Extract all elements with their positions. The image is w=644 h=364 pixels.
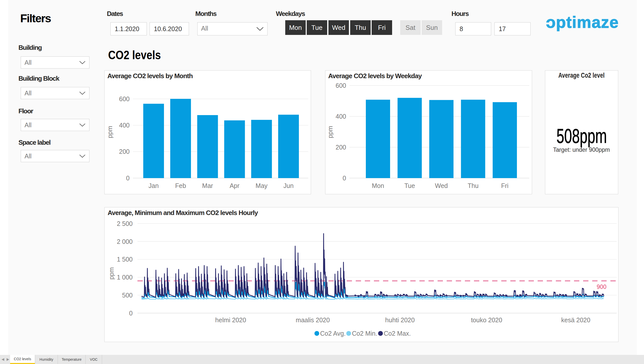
svg-text:2 500: 2 500 <box>117 220 133 227</box>
svg-text:500: 500 <box>122 292 133 299</box>
svg-text:200: 200 <box>119 148 130 155</box>
svg-text:huhti 2020: huhti 2020 <box>385 316 415 324</box>
svg-text:Fri: Fri <box>501 182 508 189</box>
svg-text:0: 0 <box>343 175 346 182</box>
svg-text:optimaze: optimaze <box>546 14 619 31</box>
svg-text:Co2 Max.: Co2 Max. <box>384 330 411 337</box>
svg-text:Thu: Thu <box>468 182 479 189</box>
svg-text:0: 0 <box>126 175 130 182</box>
svg-text:Average CO2 levels by Month: Average CO2 levels by Month <box>107 72 193 80</box>
svg-text:Feb: Feb <box>175 182 186 189</box>
svg-text:1 500: 1 500 <box>117 256 133 263</box>
svg-text:ppm: ppm <box>108 267 115 280</box>
svg-text:touko 2020: touko 2020 <box>471 316 502 324</box>
svg-text:400: 400 <box>119 122 130 129</box>
svg-text:2 000: 2 000 <box>117 238 133 245</box>
svg-text:Apr: Apr <box>230 182 240 189</box>
svg-text:1 000: 1 000 <box>117 274 133 281</box>
svg-text:900: 900 <box>597 284 606 290</box>
svg-text:Co2 Avg.: Co2 Avg. <box>320 330 346 337</box>
svg-text:Mar: Mar <box>202 182 213 189</box>
svg-text:0: 0 <box>129 310 133 317</box>
svg-text:400: 400 <box>336 113 346 120</box>
svg-text:Average CO2 levels by Weekday: Average CO2 levels by Weekday <box>328 72 422 80</box>
svg-text:600: 600 <box>336 82 346 89</box>
svg-text:Tue: Tue <box>404 182 415 189</box>
svg-text:600: 600 <box>119 95 130 102</box>
svg-text:200: 200 <box>336 144 346 151</box>
svg-text:Average, Minimum and Maximum C: Average, Minimum and Maximum CO2 levels … <box>108 209 258 217</box>
svg-text:Jan: Jan <box>149 182 159 189</box>
svg-text:helmi 2020: helmi 2020 <box>215 316 246 324</box>
svg-text:May: May <box>256 182 268 189</box>
svg-text:ppm: ppm <box>327 126 334 138</box>
svg-text:kesä 2020: kesä 2020 <box>561 316 590 324</box>
svg-text:Jun: Jun <box>283 182 294 189</box>
svg-text:ppm: ppm <box>106 126 113 138</box>
svg-text:maalis 2020: maalis 2020 <box>296 316 330 324</box>
svg-text:Wed: Wed <box>435 182 448 189</box>
svg-text:Co2 Min.: Co2 Min. <box>352 330 377 337</box>
svg-text:Mon: Mon <box>372 182 384 189</box>
